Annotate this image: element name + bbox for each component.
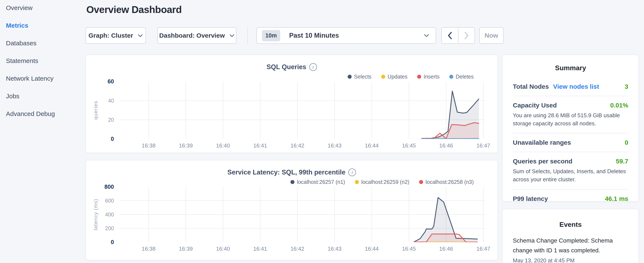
legend-dot-icon: [348, 75, 352, 79]
dashboard-dropdown[interactable]: Dashboard: Overview: [157, 27, 236, 44]
summary-row-label: P99 latency: [513, 195, 548, 202]
view-nodes-list-link[interactable]: View nodes list: [553, 83, 599, 90]
sidebar-list: OverviewMetricsDatabasesStatementsNetwor…: [6, 4, 82, 117]
chevron-left-icon: [448, 32, 452, 39]
sidebar-item-statements[interactable]: Statements: [6, 57, 82, 65]
legend-label: Updates: [388, 74, 407, 80]
main-content: Overview Dashboard Graph: Cluster Dashbo…: [86, 0, 506, 263]
service-latency-chart-card: Service Latency: SQL, 99th percentile i …: [86, 160, 498, 260]
summary-row-value: 0: [625, 139, 628, 146]
x-tick-label: 16:47: [470, 142, 496, 149]
summary-panel: Summary Total NodesView nodes list3Capac…: [502, 55, 639, 201]
y-tick-label: 400: [86, 211, 114, 218]
legend-item-localhost-26258-n3[interactable]: localhost:26258 (n3): [419, 179, 474, 185]
chevron-down-icon: [424, 34, 429, 37]
legend-label: Inserts: [424, 74, 440, 80]
summary-title: Summary: [513, 64, 628, 72]
summary-row-head: Total NodesView nodes list3: [513, 83, 628, 90]
x-tick-label: 16:42: [285, 142, 310, 149]
x-tick-label: 16:38: [136, 245, 161, 252]
chevron-down-icon: [230, 34, 234, 37]
chart-legend: SelectsUpdatesInsertsDeletes: [86, 73, 498, 80]
legend-label: localhost:26259 (n2): [361, 179, 410, 185]
series-line-deletes: [422, 139, 479, 139]
page-title: Overview Dashboard: [86, 4, 182, 15]
sidebar-item-jobs[interactable]: Jobs: [6, 93, 82, 100]
dashboard-dropdown-label: Dashboard: Overview: [159, 32, 225, 39]
sidebar-item-overview[interactable]: Overview: [6, 4, 82, 12]
sidebar-nav: OverviewMetricsDatabasesStatementsNetwor…: [6, 4, 82, 128]
summary-row-subtext: Sum of Selects, Updates, Inserts, and De…: [513, 167, 628, 183]
summary-row-total-nodes: Total NodesView nodes list3: [513, 78, 628, 96]
x-tick-label: 16:39: [173, 142, 198, 149]
x-tick-label: 16:38: [136, 142, 161, 149]
events-panel: Events Schema Change Completed: Schema c…: [502, 209, 639, 263]
y-tick-label: 800: [86, 184, 114, 190]
toolbar-divider: [247, 27, 248, 44]
summary-row-label: Unavailable ranges: [513, 139, 571, 146]
legend-item-selects[interactable]: Selects: [348, 74, 372, 80]
x-tick-label: 16:43: [322, 245, 348, 252]
x-tick-label: 16:43: [322, 142, 348, 149]
graph-dropdown[interactable]: Graph: Cluster: [86, 27, 146, 44]
legend-item-updates[interactable]: Updates: [381, 74, 407, 80]
legend-dot-icon: [381, 75, 385, 79]
x-tick-label: 16:46: [433, 142, 459, 149]
sidebar-item-metrics[interactable]: Metrics: [6, 22, 82, 29]
time-range-dropdown[interactable]: 10m Past 10 Minutes: [256, 27, 436, 44]
legend-item-deletes[interactable]: Deletes: [449, 74, 474, 80]
y-axis-label: latency (ms): [93, 199, 99, 230]
summary-rows: Total NodesView nodes list3Capacity Used…: [513, 78, 628, 208]
info-icon[interactable]: i: [348, 168, 356, 176]
service-latency-plot: 020040060080016:3816:3916:4016:4116:4216…: [86, 187, 498, 259]
time-range-label: Past 10 Minutes: [289, 32, 419, 39]
sidebar-item-databases[interactable]: Databases: [6, 40, 82, 47]
event-message: Schema Change Completed: Schema change w…: [513, 236, 614, 255]
events-list: Schema Change Completed: Schema change w…: [513, 236, 628, 263]
x-tick-label: 16:46: [433, 245, 459, 252]
info-icon[interactable]: i: [309, 63, 317, 71]
now-button-label: Now: [484, 32, 498, 39]
x-tick-label: 16:39: [173, 245, 198, 252]
summary-row-subtext: You are using 28.6 MiB of 515.9 GiB usab…: [513, 112, 628, 127]
summary-row-head: P99 latency46.1 ms: [513, 195, 628, 202]
sql-queries-plot: 020406016:3816:3916:4016:4116:4216:4316:…: [86, 82, 498, 154]
legend-label: Deletes: [456, 74, 474, 80]
x-tick-label: 16:41: [248, 245, 273, 252]
x-tick-label: 16:44: [359, 245, 384, 252]
y-tick-label: 0: [86, 239, 114, 245]
summary-row-label: Capacity Used: [513, 102, 557, 109]
summary-row-value: 3: [625, 83, 628, 90]
summary-row-value: 0.01%: [610, 102, 628, 109]
graph-dropdown-label: Graph: Cluster: [88, 32, 133, 39]
y-axis-label: queries: [93, 101, 99, 120]
chart-title: Service Latency: SQL, 99th percentile: [228, 168, 346, 176]
summary-row-queries-per-second: Queries per second59.7Sum of Selects, Up…: [513, 152, 628, 189]
legend-item-inserts[interactable]: Inserts: [417, 74, 440, 80]
time-back-button[interactable]: [442, 27, 458, 44]
now-button[interactable]: Now: [479, 27, 504, 44]
event-item: Schema Change Completed: Schema change w…: [513, 236, 628, 263]
sidebar-item-advanced-debug[interactable]: Advanced Debug: [6, 110, 82, 117]
legend-item-localhost-26259-n2[interactable]: localhost:26259 (n2): [355, 179, 410, 185]
legend-label: Selects: [354, 74, 372, 80]
legend-item-localhost-26257-n1[interactable]: localhost:26257 (n1): [290, 179, 345, 185]
sidebar-item-network-latency[interactable]: Network Latency: [6, 75, 82, 82]
chevron-down-icon: [138, 34, 143, 37]
y-tick-label: 60: [86, 78, 114, 85]
time-range-badge: 10m: [262, 30, 280, 41]
summary-row-head: Capacity Used0.01%: [513, 102, 628, 109]
summary-row-unavailable-ranges: Unavailable ranges0: [513, 133, 628, 152]
legend-label: localhost:26258 (n3): [426, 179, 474, 185]
legend-dot-icon: [290, 180, 294, 184]
time-forward-button[interactable]: [458, 27, 475, 44]
summary-row-label: Total Nodes: [513, 83, 549, 90]
y-tick-label: 200: [86, 225, 114, 231]
x-tick-label: 16:40: [210, 142, 236, 149]
summary-row-p99-latency: P99 latency46.1 ms: [513, 189, 628, 208]
chart-title: SQL Queries: [266, 63, 306, 71]
events-title: Events: [513, 221, 628, 228]
summary-row-value: 59.7: [616, 158, 628, 165]
x-tick-label: 16:41: [248, 142, 273, 149]
legend-label: localhost:26257 (n1): [297, 179, 345, 185]
